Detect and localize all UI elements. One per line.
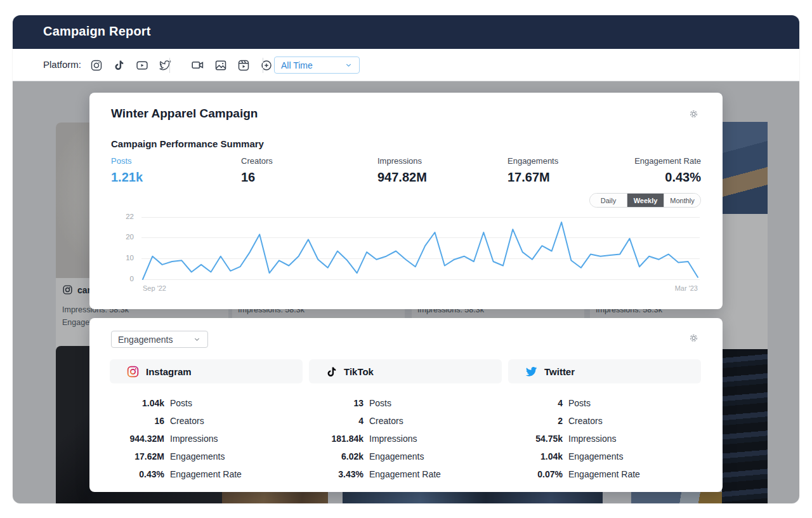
performance-summary-heading: Campaign Performance Summary [111, 138, 264, 149]
performance-line-chart: 22 20 10 0 Sep '22 Mar '23 [108, 211, 705, 295]
time-range-select[interactable]: All Time [274, 56, 360, 74]
performance-line [143, 222, 698, 279]
platform-column-tiktok: TikTok 13Posts 4Creators 181.84kImpressi… [309, 359, 502, 483]
stat-engagements: Engagements 17.67M [508, 156, 634, 185]
summary-stats-row: Posts 1.21k Creators 16 Impressions 947.… [111, 156, 701, 185]
settings-gear-icon[interactable] [688, 108, 700, 123]
platform-filter-label: Platform: [43, 59, 81, 70]
reels-filter-icon[interactable] [235, 56, 252, 74]
tiktok-stats: 13Posts 4Creators 181.84kImpressions 6.0… [309, 394, 502, 483]
instagram-header: Instagram [110, 359, 303, 383]
stat-posts: Posts 1.21k [111, 156, 241, 185]
chevron-down-icon [193, 335, 201, 343]
tiktok-header: TikTok [309, 359, 502, 383]
metric-select[interactable]: Engagements [111, 331, 208, 348]
toggle-daily[interactable]: Daily [590, 194, 627, 207]
image-filter-icon[interactable] [212, 56, 229, 74]
stat-creators: Creators 16 [241, 156, 377, 185]
toggle-monthly[interactable]: Monthly [664, 194, 700, 207]
stat-impressions: Impressions 947.82M [377, 156, 508, 185]
tiktok-icon [325, 366, 337, 378]
campaign-report-window: Campaign Report Platform: [13, 15, 799, 503]
chevron-down-icon [344, 61, 353, 69]
platform-column-twitter: Twitter 4Posts 2Creators 54.75kImpressio… [508, 359, 701, 483]
twitter-filter-icon[interactable] [156, 56, 173, 74]
toolbar-divider [263, 58, 263, 73]
video-filter-icon[interactable] [189, 56, 206, 74]
tiktok-filter-icon[interactable] [110, 56, 128, 74]
app-header: Campaign Report [13, 15, 799, 49]
campaign-overview-card: Winter Apparel Campaign Campaign Perform… [89, 93, 723, 309]
story-plus-filter-icon[interactable] [258, 56, 275, 74]
platform-columns: Instagram 1.04kPosts 16Creators 944.32MI… [110, 359, 701, 483]
platform-breakdown-card: Engagements Instagram 1.04kPosts 16Creat… [89, 318, 723, 492]
twitter-icon [525, 365, 538, 378]
page-title: Campaign Report [43, 24, 151, 39]
twitter-header: Twitter [508, 359, 701, 383]
twitter-stats: 4Posts 2Creators 54.75kImpressions 1.04k… [508, 394, 701, 483]
range-toggle-group: Daily Weekly Monthly [589, 193, 701, 208]
time-range-value: All Time [281, 60, 313, 70]
toggle-weekly[interactable]: Weekly [627, 194, 664, 207]
settings-gear-icon[interactable] [688, 332, 700, 347]
instagram-filter-icon[interactable] [88, 56, 105, 74]
stat-engagement-rate: Engagement Rate 0.43% [634, 156, 701, 185]
youtube-filter-icon[interactable] [133, 56, 150, 74]
line-series-svg [108, 211, 705, 295]
toolbar-divider [169, 58, 170, 73]
instagram-stats: 1.04kPosts 16Creators 944.32MImpressions… [110, 394, 303, 483]
metric-select-value: Engagements [118, 335, 173, 345]
instagram-icon [126, 365, 140, 378]
filter-toolbar: Platform: [13, 49, 799, 81]
platform-column-instagram: Instagram 1.04kPosts 16Creators 944.32MI… [110, 359, 303, 483]
media-type-filter-group [189, 56, 275, 74]
platform-filter-group [88, 56, 173, 74]
campaign-title: Winter Apparel Campaign [111, 107, 258, 121]
